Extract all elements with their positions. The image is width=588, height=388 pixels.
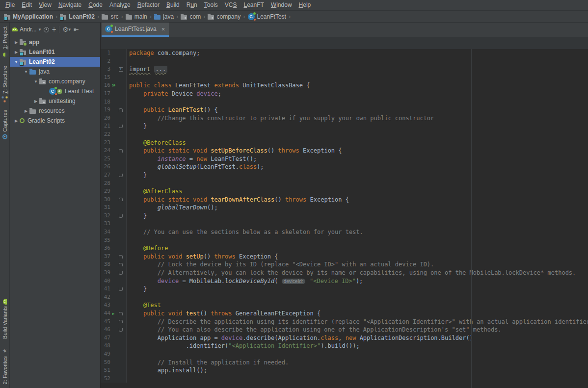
code-line-38[interactable]: 38 // Lock the device by its ID (replace… <box>101 260 588 269</box>
fold-start-icon[interactable] <box>119 255 123 259</box>
fold-end-icon[interactable] <box>119 174 123 177</box>
code-line-20[interactable]: 20 //Change this constructor to private … <box>101 114 588 123</box>
fold-end-icon[interactable] <box>119 214 123 218</box>
fold-start-icon[interactable] <box>119 149 123 153</box>
breadcrumb-com[interactable]: com <box>181 13 201 20</box>
expand-arrow-icon[interactable]: ▶ <box>32 99 39 103</box>
code-line-51[interactable]: 51 app.install(); <box>101 366 588 375</box>
fold-marker[interactable] <box>116 198 125 201</box>
code-line-1[interactable]: 1package com.company; <box>101 49 588 57</box>
stripe-button-captures[interactable]: Captures <box>2 106 8 143</box>
code-line-29[interactable]: 29 @AfterClass <box>101 187 588 196</box>
tree-item-leanft01[interactable]: ▶LeanFt01 <box>10 47 100 57</box>
menu-tools[interactable]: Tools <box>201 0 221 10</box>
code-line-42[interactable]: 42 <box>101 293 588 302</box>
close-icon[interactable]: × <box>161 26 165 33</box>
expand-arrow-icon[interactable]: ▶ <box>13 40 20 45</box>
code-line-32[interactable]: 32 } <box>101 212 588 220</box>
settings-button[interactable]: ⚙▾ <box>62 26 71 33</box>
code-line-37[interactable]: 37 public void setUp() throws Exception … <box>101 253 588 261</box>
stripe-button-build-variants[interactable]: Build Variants <box>2 296 8 343</box>
fold-marker[interactable] <box>116 255 125 259</box>
code-line-45[interactable]: 45 // Describe the application using its… <box>101 318 588 326</box>
code-line-27[interactable]: 27 } <box>101 171 588 180</box>
fold-end-icon[interactable] <box>119 271 123 275</box>
expand-arrow-icon[interactable]: ▶ <box>13 119 20 123</box>
code-line-52[interactable]: 52 <box>101 375 588 383</box>
fold-marker[interactable] <box>116 263 125 266</box>
menu-refactor[interactable]: Refactor <box>134 0 163 10</box>
code-line-24[interactable]: 24 public static void setUpBeforeClass()… <box>101 147 588 155</box>
collapse-all-button[interactable]: ÷ <box>52 26 56 32</box>
fold-start-icon[interactable] <box>119 108 123 112</box>
tree-item-resources[interactable]: ▶resources <box>10 106 100 116</box>
fold-start-icon[interactable] <box>119 312 123 315</box>
code-line-17[interactable]: 17 private Device device; <box>101 90 588 98</box>
fold-end-icon[interactable] <box>119 328 123 332</box>
menu-vcs[interactable]: VCS <box>221 0 241 10</box>
code-line-50[interactable]: 50 // Install the application if needed. <box>101 359 588 367</box>
run-gutter-icon[interactable]: ▶ <box>110 309 116 318</box>
code-line-28[interactable]: 28 <box>101 180 588 188</box>
code-line-41[interactable]: 41 } <box>101 285 588 293</box>
run-gutter-icon[interactable]: » <box>110 81 116 90</box>
code-line-44[interactable]: 44▶ public void test() throws GeneralLea… <box>101 310 588 318</box>
code-line-47[interactable]: 47 Application app = device.describe(App… <box>101 334 588 342</box>
tree-item-java[interactable]: ▼java <box>10 67 100 77</box>
menu-view[interactable]: View <box>35 0 55 10</box>
expand-arrow-icon[interactable]: ▶ <box>23 109 29 113</box>
breadcrumb-leanft02[interactable]: LeanFt02 <box>60 13 95 20</box>
code-line-25[interactable]: 25 instance = new LeanFtTest(); <box>101 155 588 163</box>
menu-window[interactable]: Window <box>267 0 295 10</box>
fold-marker[interactable] <box>116 149 125 153</box>
code-line-34[interactable]: 34 // You can use the sections below as … <box>101 228 588 236</box>
code-line-26[interactable]: 26 globalSetup(LeanFtTest.class); <box>101 163 588 171</box>
code-line-36[interactable]: 36 @Before <box>101 244 588 253</box>
code-line-46[interactable]: 46 // You can also describe the applicat… <box>101 326 588 334</box>
code-editor[interactable]: 1package com.company;23+import ...1516»p… <box>101 49 588 388</box>
breadcrumb-leanfttest[interactable]: LeanFtTest <box>248 13 286 20</box>
menu-build[interactable]: Build <box>163 0 183 10</box>
fold-start-icon[interactable] <box>119 320 123 323</box>
breadcrumb-myapplication[interactable]: MyApplication <box>4 13 53 20</box>
breadcrumb-company[interactable]: company <box>208 13 241 20</box>
fold-end-icon[interactable] <box>119 287 123 291</box>
breadcrumb-main[interactable]: main <box>126 13 147 20</box>
menu-help[interactable]: Help <box>295 0 315 10</box>
code-line-35[interactable]: 35 <box>101 236 588 245</box>
stripe-button-7-structure[interactable]: 7: Structure <box>1 62 8 106</box>
tab-leanfttest-java[interactable]: LeanFtTest.java × <box>102 23 169 37</box>
menu-navigate[interactable]: Navigate <box>55 0 85 10</box>
fold-marker[interactable] <box>116 287 125 291</box>
menu-edit[interactable]: Edit <box>18 0 35 10</box>
tree-item-com-company[interactable]: ▼com.company <box>10 77 100 86</box>
fold-marker[interactable] <box>116 174 125 177</box>
hide-panel-button[interactable]: ⇤ <box>74 26 79 32</box>
fold-marker[interactable]: + <box>116 67 125 72</box>
fold-marker[interactable] <box>116 214 125 218</box>
menu-leanft[interactable]: LeanFT <box>240 0 267 10</box>
fold-marker[interactable] <box>116 320 125 323</box>
menu-file[interactable]: File <box>2 0 18 10</box>
expand-arrow-icon[interactable]: ▼ <box>32 79 39 84</box>
expand-arrow-icon[interactable]: ▼ <box>13 60 20 64</box>
fold-marker[interactable] <box>116 328 125 332</box>
code-line-19[interactable]: 19 public LeanFtTest() { <box>101 106 588 114</box>
stripe-button-1-project[interactable]: 1: Project <box>1 23 8 62</box>
menu-code[interactable]: Code <box>85 0 106 10</box>
fold-marker[interactable] <box>116 108 125 112</box>
fold-start-icon[interactable] <box>119 263 123 266</box>
project-view-selector[interactable]: Andr... ▾ <box>12 26 41 33</box>
breadcrumb-java[interactable]: java <box>154 13 174 20</box>
locate-target-button[interactable] <box>44 27 49 32</box>
code-line-31[interactable]: 31 globalTearDown(); <box>101 204 588 212</box>
code-line-3[interactable]: 3+import ... <box>101 65 588 74</box>
fold-marker[interactable] <box>116 312 125 315</box>
tree-item-leanfttest[interactable]: LeanFtTest <box>10 86 100 96</box>
fold-end-icon[interactable] <box>119 125 123 128</box>
menu-analyze[interactable]: Analyze <box>106 0 134 10</box>
code-line-30[interactable]: 30 public static void tearDownAfterClass… <box>101 196 588 204</box>
menu-run[interactable]: Run <box>183 0 201 10</box>
code-line-15[interactable]: 15 <box>101 74 588 82</box>
breadcrumb-src[interactable]: src <box>102 13 118 20</box>
